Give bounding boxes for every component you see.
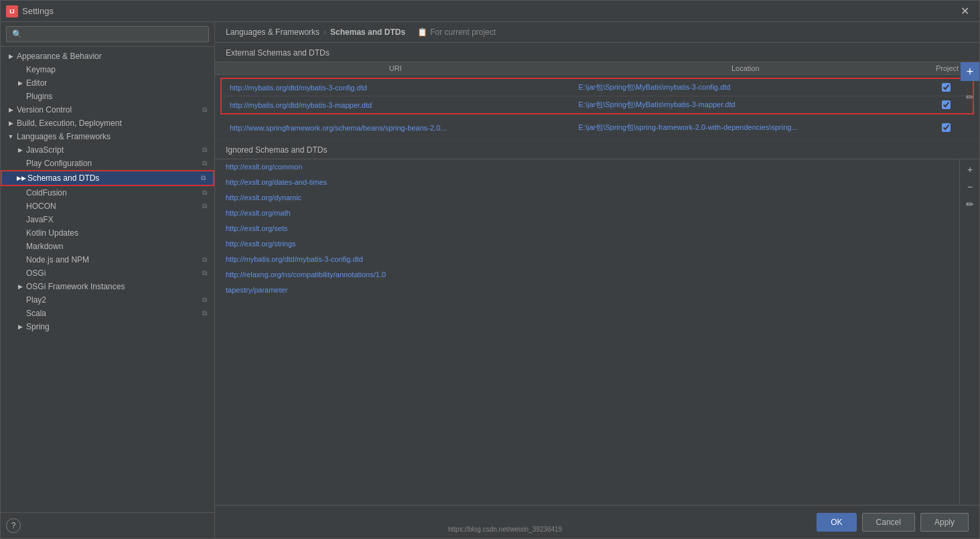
- copy-icon: ⧉: [200, 202, 209, 211]
- project-checkbox[interactable]: [942, 123, 951, 132]
- sidebar-item-label: Scala: [26, 309, 200, 318]
- sidebar-item-javascript[interactable]: JavaScript ⧉: [1, 143, 214, 157]
- ignored-item[interactable]: http://exslt.org/math: [215, 206, 959, 221]
- sidebar-item-label: Editor: [26, 78, 209, 88]
- ignored-item[interactable]: http://mybatis.org/dtd/mybatis-3-config.…: [215, 252, 959, 267]
- sidebar-item-play-configuration[interactable]: Play Configuration ⧉: [1, 157, 214, 170]
- sidebar-item-appearance[interactable]: Appearance & Behavior: [1, 50, 214, 63]
- sidebar-item-hocon[interactable]: HOCON ⧉: [1, 200, 214, 213]
- ok-button[interactable]: OK: [817, 513, 856, 532]
- sidebar-item-label: Node.js and NPM: [26, 255, 200, 264]
- edit-external-button[interactable]: ✏: [963, 90, 977, 104]
- sidebar-item-label: Build, Execution, Deployment: [17, 119, 209, 128]
- ignored-item[interactable]: http://exslt.org/dates-and-times: [215, 175, 959, 190]
- table-row[interactable]: http://mybatis.org/dtd/mybatis-3-config.…: [222, 79, 973, 96]
- spacer: [15, 309, 25, 318]
- table-row[interactable]: http://www.springframework.org/schema/be…: [215, 116, 979, 140]
- sidebar-item-scala[interactable]: Scala ⧉: [1, 307, 214, 320]
- ignored-item[interactable]: tapestry/parameter: [215, 283, 959, 298]
- project-checkbox[interactable]: [942, 100, 951, 109]
- breadcrumb-parent: Languages & Frameworks: [226, 27, 320, 37]
- arrow-icon: [6, 119, 15, 128]
- sidebar-item-label: ColdFusion: [26, 188, 200, 198]
- spacer: [15, 268, 25, 278]
- copy-icon: ⧉: [198, 173, 208, 183]
- ignored-item[interactable]: http://exslt.org/sets: [215, 221, 959, 236]
- sidebar-item-languages-frameworks[interactable]: Languages & Frameworks: [1, 130, 214, 143]
- add-external-button[interactable]: +: [961, 62, 979, 81]
- spacer: [15, 202, 25, 211]
- sidebar-item-label: Languages & Frameworks: [17, 132, 209, 141]
- sidebar-item-schemas-dtds[interactable]: ▶ Schemas and DTDs ⧉: [1, 170, 214, 186]
- sidebar-item-label: Schemas and DTDs: [27, 173, 198, 183]
- external-section: External Schemas and DTDs URI Location P…: [215, 43, 979, 140]
- close-button[interactable]: ✕: [955, 2, 974, 21]
- col-header-uri: URI: [220, 64, 571, 72]
- sidebar-item-spring[interactable]: Spring: [1, 320, 214, 333]
- sidebar-item-version-control[interactable]: Version Control ⧉: [1, 103, 214, 117]
- arrow-icon: [6, 132, 15, 141]
- breadcrumb-separator: ›: [324, 27, 326, 37]
- sidebar-item-play2[interactable]: Play2 ⧉: [1, 293, 214, 307]
- cancel-button[interactable]: Cancel: [862, 513, 915, 532]
- add-ignored-button[interactable]: +: [963, 162, 977, 177]
- arrow-icon: [15, 282, 25, 291]
- spacer: [15, 295, 25, 305]
- sidebar-item-label: Kotlin Updates: [26, 228, 209, 238]
- sidebar-tree: Appearance & Behavior Keymap Editor Plug…: [1, 47, 214, 512]
- project-label: For current project: [430, 27, 496, 37]
- sidebar-item-plugins[interactable]: Plugins: [1, 90, 214, 103]
- highlighted-table: http://mybatis.org/dtd/mybatis-3-config.…: [220, 78, 974, 114]
- sidebar-item-build-execution[interactable]: Build, Execution, Deployment: [1, 117, 214, 130]
- copy-icon: ⧉: [200, 255, 209, 264]
- sidebar-item-label: Appearance & Behavior: [17, 52, 209, 61]
- sidebar-item-keymap[interactable]: Keymap: [1, 63, 214, 76]
- ignored-item[interactable]: http://exslt.org/common: [215, 159, 959, 175]
- help-button[interactable]: ?: [6, 518, 21, 533]
- sidebar-item-editor[interactable]: Editor: [1, 76, 214, 90]
- ignored-list: http://exslt.org/common http://exslt.org…: [215, 159, 959, 505]
- sidebar-item-osgi-framework[interactable]: OSGi Framework Instances: [1, 280, 214, 293]
- sidebar-item-markdown[interactable]: Markdown: [1, 240, 214, 253]
- arrow-icon: ▶: [17, 173, 26, 183]
- sidebar-item-osgi[interactable]: OSGi ⧉: [1, 266, 214, 280]
- arrow-icon: [15, 322, 25, 331]
- search-box: [1, 22, 214, 47]
- footer: OK Cancel Apply https://blog.csdn.net/we…: [215, 505, 979, 538]
- apply-button[interactable]: Apply: [920, 513, 969, 532]
- copy-icon: ⧉: [200, 309, 209, 318]
- sidebar: Appearance & Behavior Keymap Editor Plug…: [1, 22, 215, 538]
- td-uri: http://www.springframework.org/schema/be…: [222, 121, 571, 135]
- sidebar-item-nodejs-npm[interactable]: Node.js and NPM ⧉: [1, 253, 214, 266]
- sidebar-item-label: Plugins: [26, 92, 209, 101]
- sidebar-item-kotlin-updates[interactable]: Kotlin Updates: [1, 226, 214, 240]
- ignored-action-buttons: + − ✏: [959, 159, 979, 505]
- remove-ignored-button[interactable]: −: [963, 179, 977, 194]
- arrow-icon: [6, 105, 15, 114]
- ignored-item[interactable]: http://relaxng.org/ns/compatibility/anno…: [215, 267, 959, 283]
- edit-ignored-button[interactable]: ✏: [963, 197, 977, 212]
- external-section-title: External Schemas and DTDs: [215, 43, 979, 62]
- search-input[interactable]: [6, 26, 209, 42]
- for-project: 📋 For current project: [417, 27, 496, 37]
- project-checkbox[interactable]: [942, 83, 951, 92]
- arrow-icon: [15, 78, 25, 88]
- sidebar-item-label: HOCON: [26, 202, 200, 211]
- ignored-item[interactable]: http://exslt.org/strings: [215, 236, 959, 252]
- external-action-buttons: ✏: [960, 87, 979, 107]
- sidebar-item-coldfusion[interactable]: ColdFusion ⧉: [1, 186, 214, 200]
- ignored-item[interactable]: http://exslt.org/dynamic: [215, 190, 959, 206]
- arrow-icon: [6, 52, 15, 61]
- sidebar-item-label: Markdown: [26, 242, 209, 251]
- copy-icon: ⧉: [200, 105, 209, 114]
- sidebar-item-label: Play2: [26, 295, 200, 305]
- copy-icon: ⧉: [200, 159, 209, 168]
- col-header-location: Location: [571, 64, 921, 72]
- sidebar-item-javafx[interactable]: JavaFX: [1, 213, 214, 226]
- sidebar-item-label: Version Control: [17, 105, 200, 114]
- table-row[interactable]: http://mybatis.org/dtd/mybatis-3-mapper.…: [222, 96, 973, 113]
- spacer: [15, 255, 25, 264]
- spacer: [15, 242, 25, 251]
- settings-window: IJ Settings ✕ Appearance & Behavior Keym…: [0, 0, 980, 539]
- ignored-section-title: Ignored Schemas and DTDs: [215, 140, 979, 159]
